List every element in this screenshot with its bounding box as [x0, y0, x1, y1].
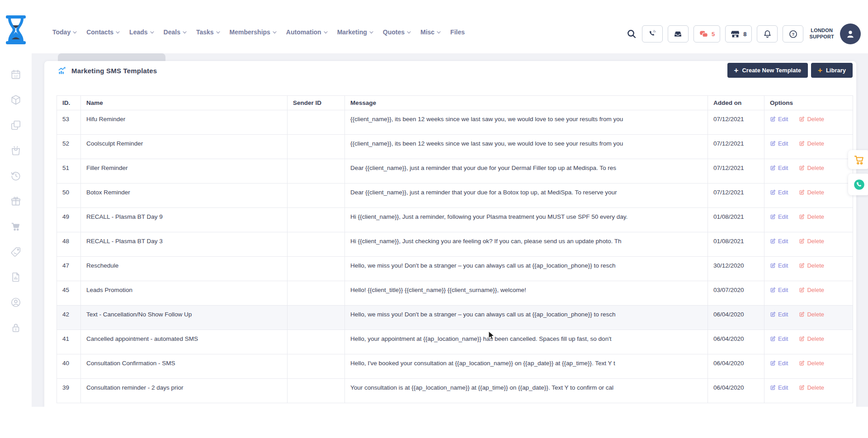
delete-icon	[799, 336, 805, 342]
inbox-button[interactable]	[668, 25, 689, 42]
cell-message: Hi {{client_name}}, Just checking you ar…	[345, 232, 708, 257]
cell-options: EditDelete	[764, 354, 853, 379]
delete-link[interactable]: Delete	[799, 116, 824, 122]
column-header-id: ID.	[57, 96, 81, 110]
edit-link[interactable]: Edit	[770, 384, 788, 391]
edit-link[interactable]: Edit	[770, 165, 788, 171]
delete-link[interactable]: Delete	[799, 262, 824, 269]
nav-item-files[interactable]: Files	[450, 28, 465, 36]
cell-sender-id	[288, 330, 345, 354]
edit-link-label: Edit	[778, 360, 788, 367]
cell-name: Hifu Reminder	[81, 110, 288, 135]
cell-options: EditDelete	[764, 257, 853, 281]
column-header-name: Name	[81, 96, 288, 110]
sidebar-item-shopping-bag[interactable]	[10, 145, 22, 156]
edit-link[interactable]: Edit	[770, 311, 788, 318]
nav-item-quotes[interactable]: Quotes	[383, 28, 411, 36]
phone-button[interactable]	[642, 25, 663, 42]
app-logo-hourglass-icon[interactable]	[5, 15, 26, 44]
nav-item-memberships[interactable]: Memberships	[230, 28, 277, 36]
nav-item-marketing[interactable]: Marketing	[337, 28, 373, 36]
cell-name: Leads Promotion	[81, 281, 288, 306]
sidebar-item-calendar-12[interactable]: 12	[10, 69, 22, 80]
edit-link[interactable]: Edit	[770, 360, 788, 367]
delete-link[interactable]: Delete	[799, 384, 824, 391]
delete-link[interactable]: Delete	[799, 238, 824, 245]
edit-link[interactable]: Edit	[770, 287, 788, 293]
sidebar-item-lock[interactable]	[10, 322, 22, 334]
sidebar-item-tag[interactable]	[10, 246, 22, 258]
nav-item-misc[interactable]: Misc	[420, 28, 441, 36]
edit-link[interactable]: Edit	[770, 238, 788, 245]
sidebar-item-history[interactable]	[10, 170, 22, 182]
delete-link[interactable]: Delete	[799, 189, 824, 196]
delete-link[interactable]: Delete	[799, 287, 824, 293]
nav-item-automation[interactable]: Automation	[286, 28, 328, 36]
cell-options: EditDelete	[764, 110, 853, 135]
chat-count-badge: 5	[712, 31, 715, 38]
cell-name: Consultation Confirmation - SMS	[81, 354, 288, 379]
chevron-down-icon	[369, 31, 373, 34]
package-icon	[10, 94, 22, 106]
inbox-icon	[673, 29, 683, 39]
nav-item-tasks[interactable]: Tasks	[196, 28, 220, 36]
sidebar-item-gift[interactable]	[10, 195, 22, 207]
edit-link-label: Edit	[778, 311, 788, 318]
cell-added-on: 30/12/2020	[708, 257, 764, 281]
table-row: 47RescheduleHello, we miss you! Don't be…	[57, 257, 853, 281]
edit-link[interactable]: Edit	[770, 116, 788, 122]
edit-link[interactable]: Edit	[770, 189, 788, 196]
nav-item-leads[interactable]: Leads	[129, 28, 154, 36]
sidebar-item-copy[interactable]	[10, 119, 22, 131]
delete-link[interactable]: Delete	[799, 165, 824, 171]
cell-added-on: 06/04/2020	[708, 354, 764, 379]
floating-cart-button[interactable]	[848, 150, 868, 169]
nav-item-contacts[interactable]: Contacts	[86, 28, 120, 36]
chevron-down-icon	[324, 31, 328, 34]
edit-link[interactable]: Edit	[770, 140, 788, 147]
library-button[interactable]: + Library	[811, 63, 853, 78]
edit-link[interactable]: Edit	[770, 262, 788, 269]
tag-icon	[10, 246, 22, 258]
delete-link[interactable]: Delete	[799, 335, 824, 342]
notifications-button[interactable]	[757, 25, 778, 42]
search-icon[interactable]	[626, 28, 637, 39]
edit-link-label: Edit	[778, 189, 788, 196]
edit-link[interactable]: Edit	[770, 335, 788, 342]
edit-icon	[770, 214, 776, 220]
chat-button[interactable]: 5	[693, 25, 720, 42]
sidebar-item-user-circle[interactable]	[10, 297, 22, 308]
cell-name: Botox Reminder	[81, 184, 288, 208]
cell-options: EditDelete	[764, 379, 853, 403]
edit-link-label: Edit	[778, 238, 788, 245]
sidebar-item-cart[interactable]	[10, 221, 22, 232]
create-new-template-button[interactable]: + Create New Template	[727, 63, 808, 78]
edit-icon	[770, 238, 776, 244]
help-button[interactable]: ?	[783, 25, 803, 42]
edit-link-label: Edit	[778, 335, 788, 342]
delete-link-label: Delete	[807, 287, 824, 293]
delete-icon	[799, 385, 805, 391]
avatar[interactable]	[840, 24, 861, 44]
cell-message: Hello, we miss you! Don't be a stranger …	[345, 257, 708, 281]
nav-item-deals[interactable]: Deals	[164, 28, 187, 36]
delete-link[interactable]: Delete	[799, 311, 824, 318]
floating-whatsapp-button[interactable]	[848, 174, 868, 195]
cell-options: EditDelete	[764, 306, 853, 330]
cell-added-on: 07/12/2021	[708, 110, 764, 135]
sidebar-item-report[interactable]	[10, 271, 22, 283]
chevron-down-icon	[407, 31, 411, 34]
table-row: 51Filler ReminderDear {{client_name}}, j…	[57, 159, 853, 184]
delete-link[interactable]: Delete	[799, 213, 824, 220]
cell-id: 41	[57, 330, 81, 354]
shop-button[interactable]: 8	[725, 25, 752, 42]
edit-link[interactable]: Edit	[770, 213, 788, 220]
cell-name: Consultation reminder - 2 days prior	[81, 379, 288, 403]
delete-link[interactable]: Delete	[799, 140, 824, 147]
cell-message: Hello! {{client_title}} {{client_name}} …	[345, 281, 708, 306]
sidebar-item-package[interactable]	[10, 94, 22, 106]
cell-added-on: 01/08/2021	[708, 232, 764, 257]
shop-count-badge: 8	[743, 31, 746, 38]
nav-item-today[interactable]: Today	[52, 28, 77, 36]
delete-link[interactable]: Delete	[799, 360, 824, 367]
